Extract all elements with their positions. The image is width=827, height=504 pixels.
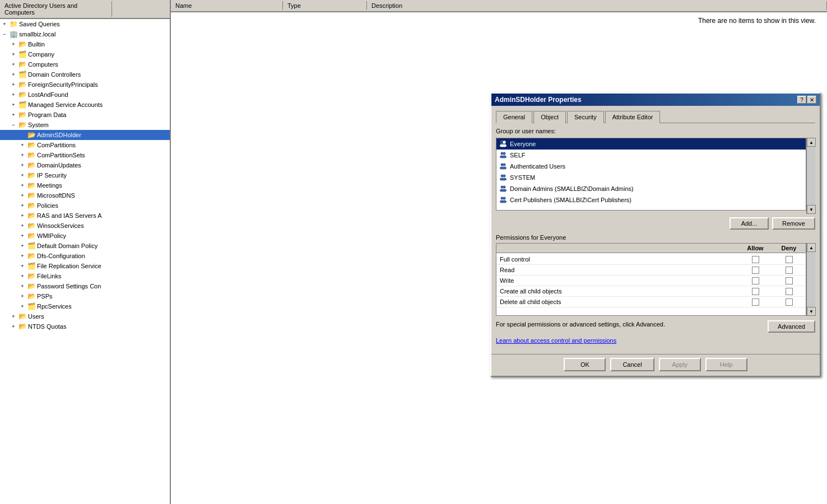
deny-check[interactable] [786, 267, 793, 274]
sidebar-item-filelinks[interactable]: + 📂 FileLinks [0, 271, 170, 281]
allow-check[interactable] [752, 256, 759, 263]
scroll-up-arrow[interactable]: ▲ [807, 138, 816, 147]
folder-icon: 📂 [18, 120, 27, 129]
sidebar-item-file-replication[interactable]: + 🗂️ File Replication Service [0, 261, 170, 271]
expand-icon: + [18, 201, 27, 210]
list-item[interactable]: Cert Publishers (SMALLBIZ\Cert Publisher… [496, 194, 806, 206]
sidebar-item-label: DomainUpdates [37, 162, 81, 169]
apply-button[interactable]: Apply [659, 358, 701, 371]
sidebar-item-meetings[interactable]: + 📂 Meetings [0, 180, 170, 190]
sidebar-item-default-domain[interactable]: + 🗂️ Default Domain Policy [0, 241, 170, 251]
sidebar-item-builtin[interactable]: + 📂 Builtin [0, 39, 170, 49]
ok-button[interactable]: OK [564, 358, 606, 371]
dialog-tabs: General Object Security Attribute Editor [496, 110, 815, 123]
cancel-button[interactable]: Cancel [610, 358, 654, 371]
perm-deny-checkbox[interactable] [772, 267, 806, 274]
sidebar-item-program-data[interactable]: + 📂 Program Data [0, 110, 170, 120]
sidebar-item-label: Meetings [37, 182, 62, 189]
perm-allow-checkbox[interactable] [738, 298, 772, 306]
user-group-icon [499, 195, 508, 204]
sidebar-item-label: IP Security [37, 172, 67, 179]
list-item[interactable]: SYSTEM [496, 172, 806, 183]
perm-name: Create all child objects [496, 287, 738, 296]
sidebar-item-password-settings[interactable]: + 📂 Password Settings Con [0, 281, 170, 291]
sidebar-item-computers[interactable]: + 📂 Computers [0, 59, 170, 69]
list-item[interactable]: SELF [496, 150, 806, 161]
sidebar-item-foreign-security[interactable]: + 📂 ForeignSecurityPrincipals [0, 80, 170, 90]
perm-deny-checkbox[interactable] [772, 256, 806, 263]
sidebar-item-label: Saved Queries [19, 21, 60, 27]
sidebar-item-domainupdates[interactable]: + 📂 DomainUpdates [0, 160, 170, 170]
deny-check[interactable] [786, 277, 793, 284]
folder-icon: 🗂️ [27, 262, 36, 270]
sidebar-item-rpcservices[interactable]: + 🗂️ RpcServices [0, 301, 170, 311]
col-name[interactable]: Name [171, 1, 283, 10]
sidebar-item-microsoftdns[interactable]: + 📂 MicrosoftDNS [0, 190, 170, 200]
learn-link[interactable]: Learn about access control and permissio… [496, 337, 815, 344]
sidebar-item-dfs-config[interactable]: + 📂 Dfs-Configuration [0, 251, 170, 261]
perm-col-deny: Deny [772, 245, 806, 251]
remove-button[interactable]: Remove [772, 217, 815, 230]
dialog-controls: ? ✕ [797, 96, 816, 104]
sidebar-item-system[interactable]: − 📂 System [0, 120, 170, 130]
help-button[interactable]: Help [705, 358, 747, 371]
permissions-scrollbar[interactable]: ▲ ▼ [806, 243, 815, 316]
perm-allow-checkbox[interactable] [738, 267, 772, 274]
scroll-down-arrow[interactable]: ▼ [807, 205, 816, 214]
scrollbar-track[interactable] [807, 252, 815, 307]
user-list-scrollbar[interactable]: ▲ ▼ [806, 138, 815, 214]
sidebar-item-ntds-quotas[interactable]: + 📂 NTDS Quotas [0, 321, 170, 332]
deny-check[interactable] [786, 298, 793, 306]
allow-check[interactable] [752, 277, 759, 284]
col-type[interactable]: Type [283, 1, 367, 10]
perm-allow-checkbox[interactable] [738, 256, 772, 263]
sidebar-item-ip-security[interactable]: + 📂 IP Security [0, 170, 170, 180]
dialog-close-button[interactable]: ✕ [807, 96, 816, 104]
col-description[interactable]: Description [367, 1, 827, 10]
perm-allow-checkbox[interactable] [738, 288, 772, 295]
tab-object[interactable]: Object [533, 111, 566, 123]
tab-security[interactable]: Security [567, 111, 604, 123]
list-item[interactable]: Authenticated Users [496, 161, 806, 172]
deny-check[interactable] [786, 256, 793, 263]
sidebar-item-winsock[interactable]: + 📂 WinsockServices [0, 221, 170, 231]
advanced-button[interactable]: Advanced [768, 320, 815, 333]
sidebar-item-domain[interactable]: − 🏢 smallbiz.local [0, 29, 170, 39]
scroll-up-arrow[interactable]: ▲ [807, 243, 816, 252]
sidebar-item-wmipolicy[interactable]: + 📂 WMIPolicy [0, 231, 170, 241]
perm-allow-checkbox[interactable] [738, 277, 772, 284]
list-item[interactable]: Everyone [496, 138, 806, 150]
sidebar-item-psps[interactable]: + 📂 PSPs [0, 291, 170, 301]
sidebar-item-saved-queries[interactable]: + 📁 Saved Queries [0, 19, 170, 29]
allow-check[interactable] [752, 288, 759, 295]
sidebar-item-users[interactable]: + 📂 Users [0, 311, 170, 321]
allow-check[interactable] [752, 267, 759, 274]
dialog-help-button[interactable]: ? [797, 96, 806, 104]
perm-deny-checkbox[interactable] [772, 298, 806, 306]
tab-attribute-editor[interactable]: Attribute Editor [605, 111, 661, 123]
sidebar-item-company[interactable]: + 🗂️ Company [0, 49, 170, 59]
expand-icon: + [18, 181, 27, 190]
sidebar-item-label: smallbiz.local [19, 31, 55, 38]
sidebar-item-ras-ias[interactable]: + 📂 RAS and IAS Servers A [0, 211, 170, 221]
perm-deny-checkbox[interactable] [772, 277, 806, 284]
sidebar-item-policies[interactable]: + 📂 Policies [0, 200, 170, 211]
allow-check[interactable] [752, 298, 759, 306]
scrollbar-track[interactable] [807, 147, 815, 205]
sidebar-item-label: ForeignSecurityPrincipals [28, 81, 98, 88]
sidebar-item-managed-service[interactable]: + 🗂️ Managed Service Accounts [0, 100, 170, 110]
expand-icon: + [18, 292, 27, 301]
scroll-down-arrow[interactable]: ▼ [807, 307, 816, 316]
sidebar-item-comparitionsets[interactable]: + 📂 ComPartitionSets [0, 150, 170, 160]
folder-icon: 📂 [18, 40, 27, 49]
sidebar-item-comparitions[interactable]: + 📂 ComPartitions [0, 140, 170, 150]
list-item[interactable]: Domain Admins (SMALLBIZ\Domain Admins) [496, 183, 806, 194]
tab-general[interactable]: General [496, 111, 532, 123]
sidebar-item-label: WinsockServices [37, 222, 84, 229]
perm-deny-checkbox[interactable] [772, 288, 806, 295]
sidebar-item-domain-controllers[interactable]: + 🗂️ Domain Controllers [0, 69, 170, 80]
deny-check[interactable] [786, 288, 793, 295]
add-button[interactable]: Add... [730, 217, 769, 230]
sidebar-item-lost-found[interactable]: + 📂 LostAndFound [0, 90, 170, 100]
sidebar-item-adminsdholder[interactable]: + 📂 AdminSDHolder [0, 130, 170, 140]
